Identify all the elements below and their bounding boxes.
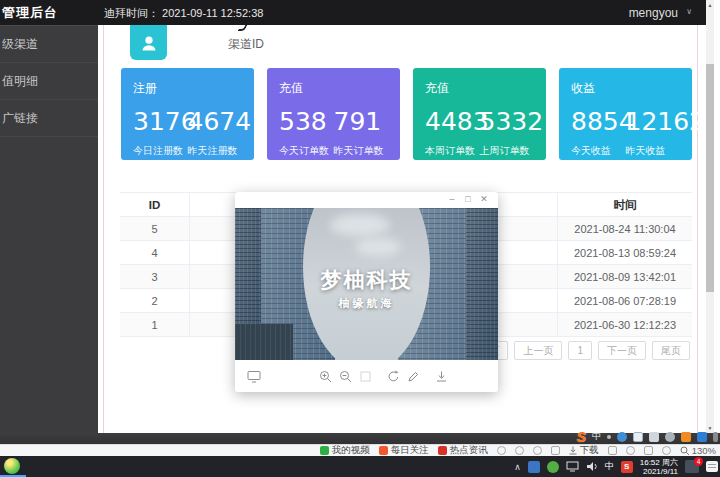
image-overlay-subtitle: 柚缘航海 bbox=[235, 296, 498, 311]
stat-value: 538 bbox=[279, 107, 334, 137]
sogou-tray-icon[interactable]: S bbox=[621, 461, 633, 473]
minimize-icon[interactable]: – bbox=[446, 194, 458, 204]
scrollbar-thumb[interactable] bbox=[706, 64, 714, 292]
video-icon bbox=[320, 446, 329, 455]
clock-icon[interactable] bbox=[515, 446, 524, 455]
shop-icon[interactable] bbox=[681, 432, 691, 442]
stat-label: 今天订单数 bbox=[279, 144, 334, 158]
stat-value: 4483 bbox=[425, 107, 480, 137]
page-next-button[interactable]: 下一页 bbox=[598, 341, 646, 360]
speaker-icon[interactable] bbox=[662, 446, 671, 455]
cloud bbox=[355, 238, 401, 256]
user-menu[interactable]: mengyou bbox=[629, 6, 678, 20]
notification-icon[interactable]: 4 bbox=[685, 460, 699, 473]
stat-label: 今天收益 bbox=[571, 144, 626, 158]
stat-label: 本周订单数 bbox=[425, 144, 480, 158]
person-settings-icon[interactable] bbox=[665, 432, 675, 442]
card-title: 收益 bbox=[571, 80, 680, 97]
stat-value: 4674 bbox=[188, 107, 243, 137]
page-last-button[interactable]: 尾页 bbox=[652, 341, 690, 360]
display-icon[interactable] bbox=[247, 369, 261, 387]
grid-menu-icon[interactable] bbox=[697, 432, 707, 442]
stat-label: 今日注册数 bbox=[133, 144, 188, 158]
scrollbar-track[interactable]: ▲ ▼ bbox=[706, 0, 714, 433]
cell-id: 4 bbox=[120, 241, 190, 264]
preview-toolbar bbox=[235, 360, 498, 392]
collapse-icon[interactable] bbox=[713, 432, 718, 442]
download-arrow-icon bbox=[569, 446, 577, 455]
stat-label: 昨天收益 bbox=[626, 144, 681, 158]
channel-id-label: 渠道ID bbox=[228, 36, 264, 53]
card-title: 注册 bbox=[133, 80, 242, 97]
window-icon[interactable] bbox=[644, 446, 653, 455]
cell-id: 2 bbox=[120, 289, 190, 312]
sidebar: 级渠道 值明细 广链接 bbox=[0, 25, 98, 433]
taskbar-clock[interactable]: 16:52 周六 2021/9/11 bbox=[640, 458, 678, 476]
volume-icon[interactable] bbox=[586, 461, 598, 472]
sidebar-item-link[interactable]: 广链接 bbox=[0, 100, 98, 137]
taskbar-app-icon[interactable] bbox=[4, 458, 20, 474]
flame-icon bbox=[379, 446, 388, 455]
channel-user-icon bbox=[130, 25, 167, 60]
tray-green-icon[interactable] bbox=[547, 461, 559, 473]
chevron-down-icon[interactable]: ∨ bbox=[686, 7, 692, 16]
gift-icon[interactable] bbox=[497, 446, 506, 455]
input-language-indicator[interactable]: 中 bbox=[605, 460, 614, 473]
person-icon bbox=[139, 33, 159, 53]
tray-expand-icon[interactable]: ∧ bbox=[514, 462, 521, 472]
cell-time: 2021-06-30 12:12:23 bbox=[557, 313, 692, 336]
cloud bbox=[330, 214, 390, 236]
column-header-id: ID bbox=[120, 193, 190, 216]
sogou-logo-icon[interactable]: S bbox=[577, 430, 586, 444]
preview-image: 梦柚科技 柚缘航海 bbox=[235, 208, 498, 360]
download-icon[interactable] bbox=[435, 369, 448, 387]
window-bottom-strip: S 中 bbox=[0, 433, 720, 444]
ime-toolbar: S 中 bbox=[577, 429, 718, 444]
microphone-icon[interactable] bbox=[633, 432, 643, 442]
close-icon[interactable]: ✕ bbox=[478, 194, 490, 204]
building-low bbox=[235, 324, 293, 360]
network-icon[interactable] bbox=[566, 461, 579, 472]
image-overlay-title: 梦柚科技 bbox=[235, 266, 498, 294]
heart-icon[interactable] bbox=[533, 446, 542, 455]
action-center-icon[interactable] bbox=[706, 461, 718, 472]
stat-value: 12162 bbox=[626, 107, 681, 137]
input-language-indicator[interactable]: 中 bbox=[592, 430, 601, 443]
screenshot-icon[interactable] bbox=[649, 432, 659, 442]
edit-pencil-icon[interactable] bbox=[407, 369, 420, 387]
column-header-time: 时间 bbox=[557, 193, 692, 216]
rotate-icon[interactable] bbox=[387, 369, 400, 387]
stat-label: 昨天订单数 bbox=[334, 144, 389, 158]
maximize-icon[interactable]: □ bbox=[462, 194, 474, 204]
clock-time: 16:52 周六 bbox=[640, 458, 678, 467]
dubai-time-label: 迪拜时间： bbox=[104, 7, 159, 19]
zoom-in-icon[interactable] bbox=[319, 369, 332, 387]
refresh-icon[interactable] bbox=[626, 446, 635, 455]
sidebar-item-channel[interactable]: 级渠道 bbox=[0, 26, 98, 63]
rocket-icon[interactable] bbox=[551, 446, 560, 455]
page-prev-button[interactable]: 上一页 bbox=[514, 341, 562, 360]
zoom-level: 130% bbox=[692, 445, 716, 456]
tray-app-icon[interactable] bbox=[528, 461, 540, 473]
page-number-button[interactable]: 1 bbox=[568, 341, 592, 360]
emoji-icon[interactable] bbox=[617, 432, 627, 442]
cell-time: 2021-08-06 07:28:19 bbox=[557, 289, 692, 312]
dubai-time: 迪拜时间： 2021-09-11 12:52:38 bbox=[104, 6, 263, 21]
sidebar-item-detail[interactable]: 值明细 bbox=[0, 63, 98, 100]
zoom-out-icon[interactable] bbox=[339, 369, 352, 387]
windows-taskbar: ∧ 中 S 16:52 周六 2021/9/11 4 bbox=[0, 456, 720, 477]
image-preview-window: – □ ✕ 梦柚科技 柚缘航海 bbox=[235, 192, 498, 392]
dot-icon[interactable] bbox=[607, 435, 611, 439]
notification-badge: 4 bbox=[694, 457, 703, 466]
top-bar: 管理后台 迪拜时间： 2021-09-11 12:52:38 mengyou ∨ bbox=[0, 0, 706, 25]
stat-label: 上周订单数 bbox=[480, 144, 535, 158]
preview-titlebar: – □ ✕ bbox=[235, 192, 498, 208]
scroll-up-arrow-icon[interactable]: ▲ bbox=[706, 0, 714, 10]
cell-id: 5 bbox=[120, 217, 190, 240]
original-size-icon[interactable] bbox=[359, 369, 372, 387]
printer-icon[interactable] bbox=[608, 446, 617, 455]
dubai-time-value: 2021-09-11 12:52:38 bbox=[162, 7, 263, 19]
stat-card-register: 注册 3176 今日注册数 4674 昨天注册数 bbox=[121, 68, 254, 160]
page-zoom-control[interactable]: 130% bbox=[680, 445, 716, 456]
card-title: 充值 bbox=[279, 80, 388, 97]
